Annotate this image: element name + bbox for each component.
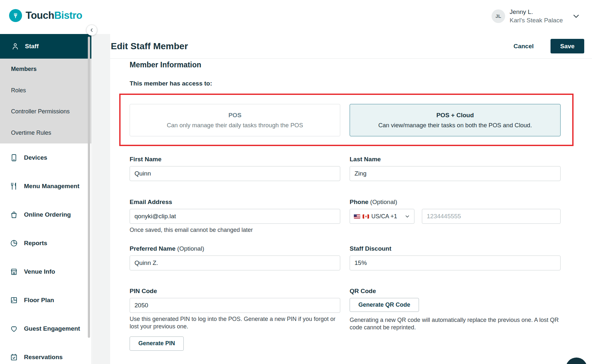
pie-chart-icon [10, 239, 18, 247]
preferred-name-label: Preferred Name (Optional) [130, 245, 340, 252]
sidebar-item-label: Staff [25, 43, 39, 50]
staff-discount-field-group: Staff Discount [350, 245, 561, 270]
qr-code-helper-text: Generating a new QR code will automatica… [350, 316, 561, 332]
brand-name: TouchBistro [26, 10, 82, 21]
section-title: Member Information [130, 61, 201, 69]
calendar-check-icon [10, 353, 18, 361]
phone-label: Phone (Optional) [350, 199, 561, 206]
access-option-title: POS [228, 112, 241, 119]
email-label: Email Address [130, 199, 340, 206]
chevron-left-icon [89, 28, 94, 33]
sidebar-item-members[interactable]: Members [0, 59, 91, 80]
sub-item-label: Overtime Rules [11, 130, 51, 136]
nav-item-label: Reservations [24, 354, 63, 361]
sub-item-label: Roles [11, 87, 26, 94]
touchbistro-logo-icon [9, 9, 22, 22]
heart-icon [10, 324, 18, 333]
preferred-name-field-group: Preferred Name (Optional) [130, 245, 340, 270]
storefront-icon [10, 267, 18, 276]
access-option-description: Can view/manage their tasks on both the … [378, 122, 532, 129]
sidebar-item-reports[interactable]: Reports [0, 229, 91, 257]
brand-name-primary: Touch [26, 10, 54, 21]
user-text: Jenny L. Karl's Steak Palace [510, 8, 563, 24]
chevron-down-icon [404, 213, 410, 219]
user-name: Jenny L. [510, 8, 563, 16]
sidebar-item-guest-engagement[interactable]: Guest Engagement [0, 314, 91, 343]
first-name-field-group: First Name [130, 156, 340, 181]
pin-code-input[interactable] [130, 298, 340, 313]
country-code-select[interactable]: US/CA +1 [350, 209, 414, 224]
sidebar-collapse-button[interactable] [86, 25, 97, 36]
preferred-name-label-text: Preferred Name [130, 245, 176, 252]
utensils-icon [10, 182, 18, 190]
sidebar: Staff Members Roles Controller Permissio… [0, 34, 92, 364]
brand-logo[interactable]: TouchBistro [9, 9, 82, 22]
last-name-field-group: Last Name [350, 156, 561, 181]
sidebar-item-reservations[interactable]: Reservations [0, 343, 91, 364]
staff-discount-input[interactable] [350, 256, 561, 270]
country-code-value: US/CA +1 [371, 213, 397, 220]
save-button[interactable]: Save [551, 39, 584, 53]
shopping-bag-icon [10, 210, 18, 219]
first-name-label: First Name [130, 156, 340, 163]
pin-code-helper-text: Use this generated PIN to log into the P… [130, 315, 340, 331]
nav-item-label: Menu Management [24, 183, 79, 190]
ca-flag-icon [363, 214, 369, 219]
page-header: Edit Staff Member Cancel Save [110, 34, 592, 59]
sidebar-item-devices[interactable]: Devices [0, 143, 91, 172]
phone-label-text: Phone [350, 199, 368, 205]
email-helper-text: Once saved, this email cannot be changed… [130, 226, 340, 234]
avatar: JL [492, 9, 505, 23]
generate-pin-button[interactable]: Generate PIN [130, 336, 184, 351]
tablet-icon [10, 154, 18, 162]
brand-name-secondary: Bistro [54, 10, 82, 21]
pin-code-label: PIN Code [130, 288, 340, 295]
content-gutter [92, 34, 110, 364]
access-option-pos[interactable]: POS Can only manage their daily tasks th… [130, 104, 340, 136]
access-option-pos-cloud[interactable]: POS + Cloud Can view/manage their tasks … [350, 104, 561, 136]
sidebar-scrollbar[interactable] [88, 37, 90, 338]
sub-item-label: Controller Permissions [11, 108, 70, 115]
nav-item-label: Reports [24, 240, 47, 247]
sidebar-item-online-ordering[interactable]: Online Ordering [0, 200, 91, 229]
last-name-label: Last Name [350, 156, 561, 163]
staff-submenu: Members Roles Controller Permissions Ove… [0, 59, 91, 143]
staff-discount-label: Staff Discount [350, 245, 561, 252]
phone-number-input[interactable] [422, 209, 561, 224]
sidebar-item-staff[interactable]: Staff [0, 34, 91, 59]
nav-item-label: Online Ordering [24, 211, 71, 218]
sidebar-item-controller-permissions[interactable]: Controller Permissions [0, 101, 91, 122]
generate-qr-code-button[interactable]: Generate QR Code [350, 298, 419, 312]
user-venue: Karl's Steak Palace [510, 16, 563, 25]
phone-row: US/CA +1 [350, 209, 561, 224]
access-option-title: POS + Cloud [436, 112, 474, 119]
sidebar-item-venue-info[interactable]: Venue Info [0, 257, 91, 286]
edit-staff-member-form: Member Information This member has acces… [110, 59, 592, 364]
cancel-button[interactable]: Cancel [514, 43, 534, 50]
nav-item-label: Venue Info [24, 268, 55, 275]
pin-code-field-group: PIN Code Use this generated PIN to log i… [130, 288, 340, 351]
us-flag-icon [354, 214, 360, 219]
qr-code-label: QR Code [350, 288, 561, 295]
sidebar-item-menu-management[interactable]: Menu Management [0, 172, 91, 200]
nav-item-label: Guest Engagement [24, 325, 80, 332]
email-field[interactable] [130, 209, 340, 224]
floor-plan-icon [10, 296, 18, 304]
phone-field-group: Phone (Optional) US/CA +1 [350, 199, 561, 224]
last-name-input[interactable] [350, 166, 561, 181]
sidebar-item-overtime-rules[interactable]: Overtime Rules [0, 122, 91, 144]
preferred-name-optional-suffix: (Optional) [176, 245, 204, 252]
sidebar-item-roles[interactable]: Roles [0, 80, 91, 101]
user-menu[interactable]: JL Jenny L. Karl's Steak Palace [492, 8, 580, 24]
phone-optional-suffix: (Optional) [368, 199, 397, 205]
nav-item-label: Floor Plan [24, 297, 54, 304]
email-field-group: Email Address Once saved, this email can… [130, 199, 340, 234]
access-label: This member has access to: [130, 80, 212, 87]
person-icon [11, 42, 19, 51]
chevron-down-icon[interactable] [572, 12, 580, 20]
sub-item-label: Members [11, 66, 37, 73]
preferred-name-input[interactable] [130, 256, 340, 270]
qr-code-field-group: QR Code Generate QR Code Generating a ne… [350, 288, 561, 332]
first-name-input[interactable] [130, 166, 340, 181]
sidebar-item-floor-plan[interactable]: Floor Plan [0, 286, 91, 314]
